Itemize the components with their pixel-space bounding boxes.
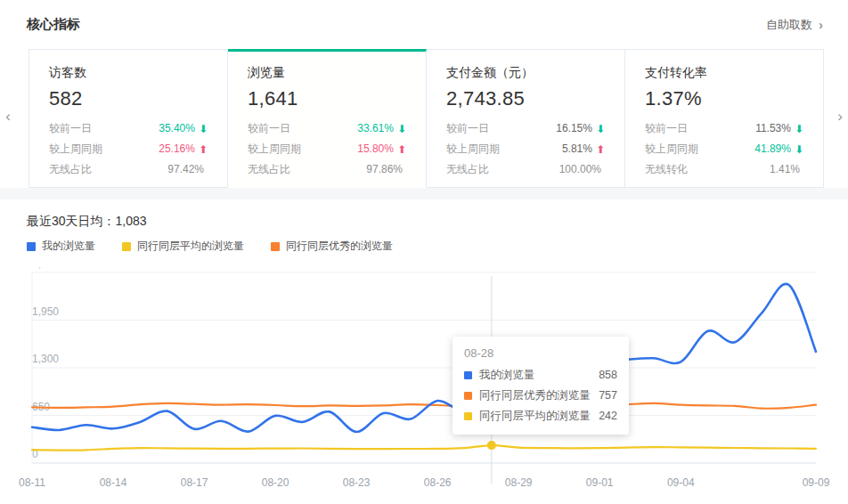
trend-arrow-icon: ⬆ — [397, 144, 406, 155]
metric-row: 较前一日 16.15%⬇ — [446, 118, 605, 139]
card-value: 1,641 — [248, 87, 406, 110]
section-divider — [0, 188, 848, 199]
metric-row-value: 97.86% — [366, 159, 403, 180]
line-chart-canvas[interactable]: 06501,3001,9502,60008-1108-1408-1708-200… — [0, 267, 848, 504]
tooltip-value: 858 — [599, 365, 617, 386]
metric-row-label: 无线占比 — [248, 159, 290, 180]
trend-arrow-icon: ⬇ — [795, 144, 803, 155]
svg-text:08-11: 08-11 — [19, 476, 45, 489]
tab-card-payment-amount[interactable]: 支付金额（元） 2,743.85 较前一日 16.15%⬇ 较上周同期 5.81… — [427, 49, 625, 188]
legend-item-peer-average[interactable]: 同行同层平均的浏览量 — [122, 239, 244, 254]
metric-row-value: 35.40% — [159, 118, 195, 139]
chart-legend: 我的浏览量 同行同层平均的浏览量 同行同层优秀的浏览量 — [27, 239, 393, 254]
metric-row-value: 11.53% — [755, 118, 791, 139]
metric-row-label: 较前一日 — [248, 118, 290, 139]
tooltip-swatch — [464, 371, 472, 379]
svg-text:1,950: 1,950 — [32, 305, 59, 318]
metric-row: 较前一日 35.40%⬇ — [49, 118, 208, 139]
metric-row: 较前一日 11.53%⬇ — [645, 118, 803, 139]
metric-row-label: 无线占比 — [446, 159, 489, 180]
svg-text:08-17: 08-17 — [181, 476, 208, 489]
tooltip-swatch — [464, 412, 472, 420]
card-title: 支付金额（元） — [446, 65, 605, 81]
svg-text:09-09: 09-09 — [803, 476, 830, 489]
page-title: 核心指标 — [27, 16, 80, 33]
metric-row: 较上周同期 41.89%⬇ — [645, 139, 803, 159]
tab-card-conversion-rate[interactable]: 支付转化率 1.37% 较前一日 11.53%⬇ 较上周同期 41.89%⬇ 无… — [625, 49, 824, 188]
legend-swatch — [271, 242, 280, 251]
legend-label: 同行同层平均的浏览量 — [137, 239, 244, 254]
svg-text:1,300: 1,300 — [32, 353, 59, 365]
metric-row-label: 无线转化 — [645, 159, 688, 180]
metric-row: 无线转化 1.41% — [645, 159, 803, 180]
metric-row: 无线占比 100.00% — [446, 159, 605, 180]
trend-arrow-icon: ⬆ — [199, 144, 208, 155]
metric-row-value: 15.80% — [357, 139, 394, 159]
metric-row-label: 较前一日 — [446, 118, 489, 139]
card-title: 访客数 — [49, 65, 208, 81]
avg-30d-label: 最近30天日均：1,083 — [27, 214, 147, 230]
metric-row-label: 较上周同期 — [49, 139, 102, 159]
legend-label: 我的浏览量 — [42, 239, 95, 254]
tab-card-pageviews[interactable]: 浏览量 1,641 较前一日 33.61%⬇ 较上周同期 15.80%⬆ 无线占… — [228, 49, 427, 188]
metric-row: 较上周同期 5.81%⬆ — [446, 139, 605, 159]
chevron-right-icon: › — [819, 17, 823, 32]
tooltip-label: 同行同层平均的浏览量 — [479, 406, 591, 427]
svg-text:08-20: 08-20 — [262, 476, 289, 489]
legend-swatch — [27, 242, 36, 251]
card-rows: 较前一日 11.53%⬇ 较上周同期 41.89%⬇ 无线转化 1.41% — [645, 118, 803, 180]
svg-text:09-01: 09-01 — [586, 476, 614, 489]
self-service-data-label: 自助取数 — [766, 17, 812, 33]
cards-next-button[interactable]: › — [833, 108, 847, 126]
tooltip-swatch — [464, 392, 472, 400]
svg-text:08-29: 08-29 — [505, 476, 533, 489]
card-rows: 较前一日 35.40%⬇ 较上周同期 25.16%⬆ 无线占比 97.42% — [49, 118, 208, 180]
metric-row-label: 较前一日 — [645, 118, 688, 139]
metric-row: 无线占比 97.42% — [49, 159, 208, 180]
card-rows: 较前一日 16.15%⬇ 较上周同期 5.81%⬆ 无线占比 100.00% — [446, 118, 605, 180]
metric-row-value: 100.00% — [559, 159, 601, 180]
tooltip-row: 同行同层平均的浏览量 242 — [464, 406, 617, 427]
trend-arrow-icon: ⬆ — [596, 144, 605, 155]
metric-cards: 访客数 582 较前一日 35.40%⬇ 较上周同期 25.16%⬆ 无线占比 … — [29, 49, 824, 188]
metric-row: 无线占比 97.86% — [248, 159, 406, 180]
metric-cards-zone: ‹ › 访客数 582 较前一日 35.40%⬇ 较上周同期 25.16%⬆ 无… — [0, 49, 848, 188]
metric-row-label: 较前一日 — [49, 118, 92, 139]
metric-row-value: 33.61% — [357, 118, 394, 139]
metric-row-value: 25.16% — [159, 139, 195, 159]
svg-text:08-23: 08-23 — [343, 476, 371, 489]
tab-card-visitors[interactable]: 访客数 582 较前一日 35.40%⬇ 较上周同期 25.16%⬆ 无线占比 … — [29, 49, 228, 188]
svg-text:08-14: 08-14 — [100, 476, 127, 489]
chart-tooltip: 08-28 我的浏览量 858 同行同层优秀的浏览量 757 同行同层平均的浏览… — [453, 337, 629, 435]
trend-arrow-icon: ⬇ — [199, 124, 208, 134]
metric-row-label: 较上周同期 — [645, 139, 698, 159]
card-value: 582 — [49, 87, 208, 110]
svg-text:2,600: 2,600 — [32, 267, 59, 270]
svg-text:08-26: 08-26 — [424, 476, 452, 489]
tooltip-label: 我的浏览量 — [479, 365, 535, 386]
card-value: 1.37% — [645, 87, 803, 110]
metric-row-value: 41.89% — [754, 139, 791, 159]
metric-row-value: 97.42% — [167, 159, 204, 180]
svg-text:09-04: 09-04 — [667, 476, 695, 489]
trend-arrow-icon: ⬇ — [795, 124, 803, 134]
tooltip-label: 同行同层优秀的浏览量 — [479, 386, 591, 406]
legend-item-peer-excellent[interactable]: 同行同层优秀的浏览量 — [271, 239, 393, 254]
tooltip-date: 08-28 — [464, 346, 617, 360]
self-service-data-link[interactable]: 自助取数 › — [766, 17, 823, 33]
tooltip-value: 242 — [599, 406, 617, 427]
metric-row-value: 16.15% — [556, 118, 592, 139]
cards-prev-button[interactable]: ‹ — [1, 108, 15, 126]
legend-item-my-pageviews[interactable]: 我的浏览量 — [27, 239, 95, 254]
trend-arrow-icon: ⬇ — [397, 124, 406, 134]
trend-chart-section: 最近30天日均：1,083 我的浏览量 同行同层平均的浏览量 同行同层优秀的浏览… — [0, 199, 848, 504]
metric-row-value: 1.41% — [770, 159, 800, 180]
metric-row-value: 5.81% — [562, 139, 592, 159]
card-rows: 较前一日 33.61%⬇ 较上周同期 15.80%⬆ 无线占比 97.86% — [248, 118, 406, 180]
trend-arrow-icon: ⬇ — [596, 124, 605, 134]
tooltip-row: 同行同层优秀的浏览量 757 — [464, 386, 617, 406]
metric-row-label: 无线占比 — [49, 159, 92, 180]
card-title: 浏览量 — [248, 65, 406, 81]
metric-row-label: 较上周同期 — [446, 139, 500, 159]
metric-row: 较上周同期 15.80%⬆ — [248, 139, 406, 159]
